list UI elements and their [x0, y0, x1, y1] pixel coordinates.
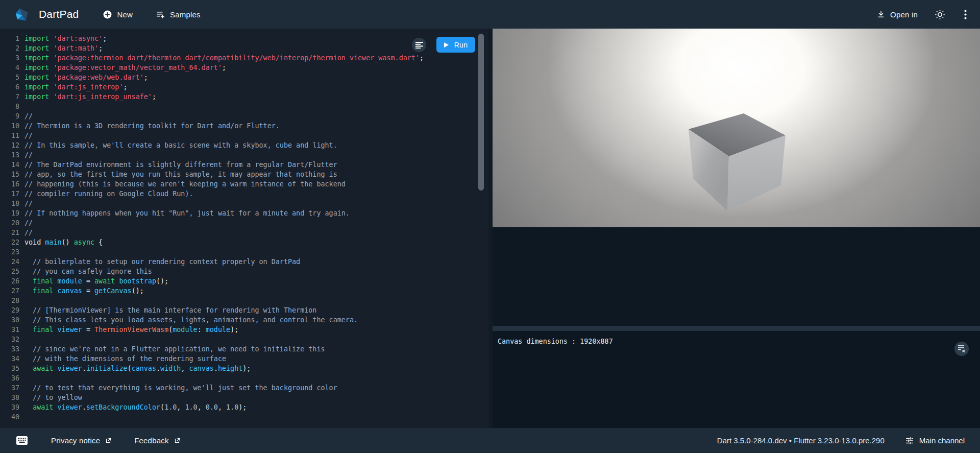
code-line[interactable]: 39 await viewer.setBackgroundColor(1.0, … [0, 402, 488, 412]
privacy-notice-link[interactable]: Privacy notice [51, 436, 112, 445]
line-number: 38 [0, 393, 19, 402]
kebab-menu-icon [964, 10, 967, 19]
cube-3d [493, 29, 980, 227]
channel-selector[interactable]: Main channel [905, 436, 965, 445]
code-line[interactable]: 11// [0, 131, 488, 140]
open-in-button[interactable]: Open in [876, 10, 918, 19]
line-number: 39 [0, 402, 19, 412]
line-number: 25 [0, 267, 19, 276]
code-line[interactable]: 33 // since we're not in a Flutter appli… [0, 344, 488, 354]
line-number: 34 [0, 354, 19, 364]
dartpad-logo-icon [15, 8, 29, 21]
status-bar: Privacy notice Feedback Dart 3.5.0-284.0… [0, 428, 980, 453]
code-line[interactable]: 3import 'package:thermion_dart/thermion_… [0, 53, 488, 63]
line-number: 6 [0, 82, 19, 92]
code-line[interactable]: 15// app, so the first time you run this… [0, 170, 488, 179]
code-line[interactable]: 20// [0, 218, 488, 228]
line-number: 12 [0, 140, 19, 150]
main-split: 1import 'dart:async';2import 'dart:math'… [0, 29, 980, 428]
code-line[interactable]: 37 // to test that everything is working… [0, 383, 488, 393]
editor-scrollbar[interactable] [478, 34, 484, 190]
code-line[interactable]: 12// In this sample, we'll create a basi… [0, 140, 488, 150]
vertical-splitter[interactable] [488, 29, 493, 428]
line-number: 18 [0, 199, 19, 208]
playlist-add-icon [156, 10, 165, 19]
line-number: 5 [0, 73, 19, 82]
code-line[interactable]: 36 [0, 373, 488, 383]
code-line[interactable]: 8 [0, 102, 488, 111]
line-number: 36 [0, 373, 19, 383]
code-line[interactable]: 7import 'dart:js_interop_unsafe'; [0, 92, 488, 102]
code-line[interactable]: 14// The DartPad environment is slightly… [0, 160, 488, 170]
code-line[interactable]: 5import 'package:web/web.dart'; [0, 73, 488, 82]
add-circle-icon [103, 10, 112, 19]
run-button[interactable]: Run [436, 37, 475, 53]
line-number: 17 [0, 189, 19, 199]
code-line[interactable]: 22void main() async { [0, 237, 488, 247]
line-number: 30 [0, 315, 19, 325]
line-number: 11 [0, 131, 19, 140]
download-icon [876, 10, 886, 19]
output-pane: Canvas dimensions : 980x453 [493, 29, 980, 428]
code-editor[interactable]: 1import 'dart:async';2import 'dart:math'… [0, 29, 488, 428]
clear-console-icon [958, 345, 966, 352]
line-number: 14 [0, 160, 19, 170]
overflow-menu-button[interactable] [959, 8, 972, 21]
code-line[interactable]: 23 [0, 247, 488, 257]
line-number: 31 [0, 325, 19, 335]
code-line[interactable]: 9// [0, 111, 488, 121]
render-canvas-3d-scene[interactable] [493, 29, 980, 227]
line-number: 19 [0, 208, 19, 218]
code-line[interactable]: 17// compiler running on Google Cloud Ru… [0, 189, 488, 199]
code-line[interactable]: 30 // This class lets you load assets, l… [0, 315, 488, 325]
line-number: 1 [0, 34, 19, 43]
top-app-bar: DartPad New Samples Open in [0, 0, 980, 29]
format-button[interactable] [412, 38, 426, 52]
play-icon [444, 42, 449, 47]
feedback-link[interactable]: Feedback [134, 436, 180, 445]
line-number: 2 [0, 43, 19, 53]
code-line[interactable]: 32 [0, 335, 488, 344]
line-number: 4 [0, 63, 19, 73]
code-line[interactable]: 4import 'package:vector_math/vector_math… [0, 63, 488, 73]
code-line[interactable]: 13// [0, 150, 488, 160]
line-number: 24 [0, 257, 19, 267]
code-line[interactable]: 10// Thermion is a 3D rendering toolkit … [0, 121, 488, 131]
code-line[interactable]: 27 final canvas = getCanvas(); [0, 286, 488, 296]
line-number: 23 [0, 247, 19, 257]
canvas-empty-area [493, 227, 980, 326]
code-line[interactable]: 31 final viewer = ThermionViewerWasm(mod… [0, 325, 488, 335]
brand: DartPad [15, 8, 79, 21]
code-line[interactable]: 28 [0, 296, 488, 305]
code-line[interactable]: 16// happening (this is because we aren'… [0, 179, 488, 189]
code-line[interactable]: 24 // boilerplate to setup our rendering… [0, 257, 488, 267]
horizontal-splitter[interactable] [493, 326, 980, 331]
line-number: 28 [0, 296, 19, 305]
console-panel: Canvas dimensions : 980x453 [493, 331, 980, 428]
line-number: 26 [0, 276, 19, 286]
new-button[interactable]: New [103, 10, 133, 19]
code-line[interactable]: 21// [0, 228, 488, 237]
code-line[interactable]: 25 // you can safely ignore this [0, 267, 488, 276]
code-line[interactable]: 35 await viewer.initialize(canvas.width,… [0, 364, 488, 373]
code-line[interactable]: 34 // with the dimensions of the renderi… [0, 354, 488, 364]
code-line[interactable]: 26 final module = await bootstrap(); [0, 276, 488, 286]
code-line[interactable]: 29 // [ThermionViewer] is the main inter… [0, 305, 488, 315]
format-align-icon [415, 42, 423, 49]
line-number: 32 [0, 335, 19, 344]
code-line[interactable]: 38 // to yellow [0, 393, 488, 402]
code-line[interactable]: 19// If nothing happens when you hit "Ru… [0, 208, 488, 218]
code-line[interactable]: 6import 'dart:js_interop'; [0, 82, 488, 92]
code-line[interactable]: 18// [0, 199, 488, 208]
topbar-actions: Open in [876, 8, 972, 21]
line-number: 33 [0, 344, 19, 354]
samples-button[interactable]: Samples [156, 10, 201, 19]
line-number: 7 [0, 92, 19, 102]
theme-toggle-button[interactable] [933, 8, 946, 21]
keyboard-shortcuts-button[interactable] [16, 436, 28, 445]
clear-console-button[interactable] [954, 342, 969, 356]
line-number: 27 [0, 286, 19, 296]
sdk-version-text: Dart 3.5.0-284.0.dev • Flutter 3.23.0-13… [717, 436, 885, 445]
external-link-icon [105, 437, 112, 444]
code-line[interactable]: 40 [0, 412, 488, 422]
